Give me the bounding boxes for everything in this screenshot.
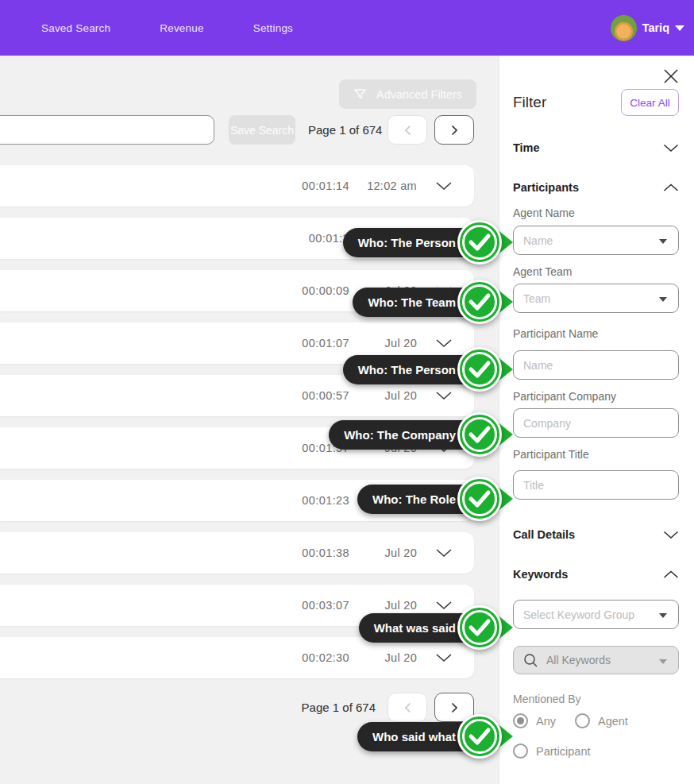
call-duration: 00:00:09 <box>278 284 349 297</box>
radio-participant-label: Participant <box>536 745 591 758</box>
close-icon[interactable] <box>663 68 679 84</box>
participant-title-input[interactable] <box>523 479 669 492</box>
participant-company-label: Participant Company <box>513 390 679 403</box>
dropdown-caret-icon <box>659 659 667 664</box>
chevron-down-icon <box>435 548 453 558</box>
radio-any[interactable] <box>513 713 528 728</box>
callout-badge <box>457 714 513 759</box>
nav-item-revenue[interactable]: Revenue <box>160 22 203 34</box>
page: Saved Search Revenue Settings Tariq Adva… <box>0 0 694 784</box>
participant-name-label: Participant Name <box>513 327 679 340</box>
chevron-left-icon <box>404 702 411 713</box>
panel-title: Filter <box>513 94 546 111</box>
chevron-down-icon <box>435 653 453 662</box>
participant-name-input[interactable] <box>523 359 669 372</box>
radio-any-label: Any <box>536 715 556 728</box>
agent-team-select[interactable]: Team <box>513 284 679 313</box>
callout-what-was-said: What was said <box>359 605 513 650</box>
clear-all-button[interactable]: Clear All <box>621 89 679 116</box>
search-icon <box>523 653 538 668</box>
check-circle-icon <box>457 220 502 265</box>
chevron-down-icon <box>663 144 679 153</box>
radio-agent-label: Agent <box>598 715 628 728</box>
callout-who-the-person-1: Who: The Person <box>343 220 513 265</box>
save-search-button[interactable]: Save Search <box>229 115 295 145</box>
chevron-right-icon <box>451 125 458 136</box>
search-input[interactable] <box>0 115 214 145</box>
call-date: Jul 20 <box>349 546 417 559</box>
call-row[interactable]: 00:01:38 Jul 20 <box>0 532 474 574</box>
chevron-up-icon <box>663 570 679 579</box>
expand-row-button[interactable] <box>433 391 453 400</box>
participant-name-field <box>513 350 679 380</box>
chevron-down-icon <box>663 531 679 539</box>
callout-who-said-what: Who said what <box>357 714 513 759</box>
section-keywords[interactable]: Keywords <box>513 566 679 583</box>
all-keywords-select[interactable]: All Keywords <box>513 646 679 674</box>
call-duration: 00:01:23 <box>278 494 349 507</box>
user-name: Tariq <box>642 21 669 34</box>
section-participants-label: Participants <box>513 181 579 194</box>
call-duration: 00:03:07 <box>278 599 349 612</box>
keyword-group-select[interactable]: Select Keyword Group <box>513 600 679 629</box>
chevron-down-icon <box>435 391 453 400</box>
keyword-group-placeholder: Select Keyword Group <box>523 608 634 621</box>
dropdown-caret-icon <box>659 297 667 302</box>
radio-agent[interactable] <box>575 713 590 728</box>
expand-row-button[interactable] <box>433 181 453 191</box>
call-duration: 00:01:38 <box>278 546 349 559</box>
section-time[interactable]: Time <box>513 139 679 156</box>
call-duration: 00:01:07 <box>278 337 349 350</box>
user-menu[interactable]: Tariq <box>611 0 684 56</box>
filter-panel: Filter Clear All Time Participants Agent… <box>499 56 694 784</box>
callout-who-the-company: Who: The Company <box>329 412 513 457</box>
call-row[interactable]: 00:01:14 12:02 am <box>0 165 474 207</box>
participant-company-input[interactable] <box>523 417 669 430</box>
agent-team-placeholder: Team <box>523 292 550 305</box>
call-duration: 00:00:57 <box>278 389 349 402</box>
top-nav: Saved Search Revenue Settings Tariq <box>0 0 694 56</box>
check-circle-icon <box>457 477 502 521</box>
section-call-details[interactable]: Call Details <box>513 526 679 543</box>
nav-item-settings[interactable]: Settings <box>253 22 293 34</box>
section-call-details-label: Call Details <box>513 528 575 541</box>
expand-row-button[interactable] <box>433 653 453 662</box>
check-circle-icon <box>457 280 502 324</box>
mentioned-by-options-row2: Participant <box>513 743 679 759</box>
advanced-filters-button[interactable]: Advanced Filters <box>339 79 476 109</box>
call-duration: 00:01:14 <box>278 180 349 192</box>
next-page-button[interactable] <box>434 115 474 145</box>
participant-title-field <box>513 470 679 500</box>
agent-name-placeholder: Name <box>523 234 553 247</box>
check-circle-icon <box>457 605 502 650</box>
agent-team-label: Agent Team <box>513 265 679 278</box>
call-date: Jul 20 <box>349 651 417 664</box>
chevron-right-icon <box>451 702 458 713</box>
section-participants[interactable]: Participants <box>513 179 679 196</box>
funnel-icon <box>353 87 367 101</box>
callout-badge <box>457 605 513 650</box>
user-avatar <box>611 15 637 41</box>
check-circle-icon <box>457 347 502 392</box>
all-keywords-label: All Keywords <box>546 654 611 666</box>
chevron-up-icon <box>663 183 679 192</box>
callout-who-the-person-2: Who: The Person <box>343 347 513 392</box>
advanced-filters-label: Advanced Filters <box>376 88 462 101</box>
mentioned-by-label: Mentioned By <box>513 693 679 705</box>
callout-badge <box>457 347 513 392</box>
call-date: 12:02 am <box>349 180 417 192</box>
expand-row-button[interactable] <box>433 548 453 558</box>
agent-name-label: Agent Name <box>513 207 679 219</box>
nav-item-saved-search[interactable]: Saved Search <box>41 22 110 34</box>
mentioned-by-options-row1: Any Agent <box>513 713 679 728</box>
radio-participant[interactable] <box>513 743 528 759</box>
section-keywords-label: Keywords <box>513 568 568 581</box>
prev-page-button[interactable] <box>387 115 427 145</box>
check-circle-icon <box>457 714 502 759</box>
participant-company-field <box>513 408 679 438</box>
agent-name-select[interactable]: Name <box>513 226 679 255</box>
callout-badge <box>457 412 513 457</box>
dropdown-caret-icon <box>659 239 667 244</box>
call-duration: 00:01:2 <box>278 232 349 245</box>
check-circle-icon <box>457 412 502 457</box>
